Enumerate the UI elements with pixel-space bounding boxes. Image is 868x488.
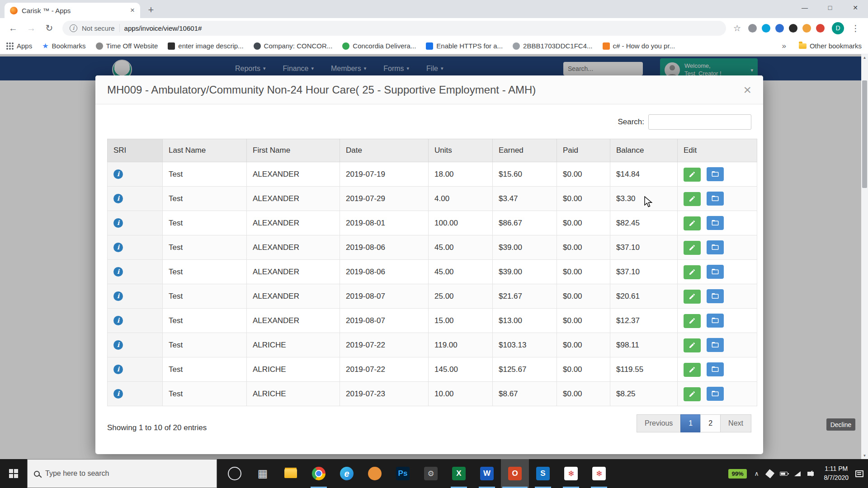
other-bookmarks[interactable]: Other bookmarks (799, 42, 862, 50)
previous-page-button[interactable]: Previous (637, 414, 681, 432)
profile-avatar[interactable]: D (832, 22, 844, 34)
bookmarks-overflow-icon[interactable]: » (779, 42, 788, 51)
info-icon[interactable]: i (113, 194, 123, 203)
info-icon[interactable]: i (113, 365, 123, 374)
edge-icon[interactable]: e (333, 459, 361, 488)
pen-icon[interactable] (765, 469, 774, 478)
chrome-icon[interactable] (305, 459, 333, 488)
app-icon-2[interactable]: ⚙ (417, 459, 445, 488)
edit-button[interactable] (684, 338, 701, 352)
edit-button[interactable] (684, 314, 701, 328)
edit-button[interactable] (684, 265, 701, 279)
bookmarks-shortcut[interactable]: ★ Bookmarks (42, 42, 85, 50)
column-header-earned[interactable]: Earned (493, 139, 557, 162)
back-button[interactable]: ← (5, 20, 21, 36)
scrollbar-thumb[interactable] (862, 80, 867, 188)
column-header-balance[interactable]: Balance (610, 139, 678, 162)
bookmark-item[interactable]: enter image descrip... (168, 42, 243, 50)
photoshop-icon[interactable]: Ps (389, 459, 417, 488)
task-view-icon[interactable]: ▦ (249, 459, 277, 488)
cortana-icon[interactable] (221, 459, 249, 488)
bookmark-item[interactable]: 2BBB1703DDC1FC4... (513, 42, 592, 50)
edit-button[interactable] (684, 387, 701, 401)
column-header-sri[interactable]: SRI (108, 139, 163, 162)
info-icon[interactable]: i (113, 389, 123, 399)
start-button[interactable] (0, 459, 27, 488)
info-icon[interactable]: i (113, 316, 123, 325)
bookmark-item[interactable]: Concordia Delivera... (342, 42, 416, 50)
info-icon[interactable]: i (113, 243, 123, 252)
extension-icon[interactable] (775, 24, 784, 33)
bookmark-item[interactable]: Time Off Website (96, 42, 158, 50)
info-icon[interactable]: i (113, 169, 123, 179)
column-header-last-name[interactable]: Last Name (163, 139, 247, 162)
new-tab-button[interactable]: + (144, 3, 158, 17)
tab-close-icon[interactable]: × (130, 6, 135, 15)
scroll-down-icon[interactable]: ▼ (861, 452, 868, 459)
edit-button[interactable] (684, 192, 701, 206)
app-icon-red-1[interactable]: ❄ (557, 459, 585, 488)
minimize-button[interactable]: — (792, 0, 817, 15)
battery-percent-badge[interactable]: 99% (728, 469, 746, 479)
extension-icon[interactable] (748, 24, 757, 33)
info-icon[interactable]: i (113, 340, 123, 350)
bookmark-star-icon[interactable]: ☆ (731, 23, 743, 33)
column-header-date[interactable]: Date (340, 139, 429, 162)
pagination-page-button[interactable]: 1 (680, 414, 701, 432)
open-folder-button[interactable] (707, 387, 724, 401)
close-window-button[interactable]: ✕ (843, 0, 868, 15)
extension-icon[interactable] (816, 24, 825, 33)
column-header-paid[interactable]: Paid (557, 139, 610, 162)
modal-close-icon[interactable]: × (743, 83, 751, 97)
open-folder-button[interactable] (707, 289, 724, 303)
bookmark-item[interactable]: Company: CONCOR... (254, 42, 333, 50)
open-folder-button[interactable] (707, 167, 724, 181)
hidden-icons-chevron[interactable]: ∧ (754, 470, 760, 477)
next-page-button[interactable]: Next (720, 414, 751, 432)
column-header-edit[interactable]: Edit (678, 139, 757, 162)
file-explorer-icon[interactable] (277, 459, 305, 488)
app-icon-1[interactable] (361, 459, 389, 488)
column-header-first-name[interactable]: First Name (247, 139, 340, 162)
page-scrollbar[interactable]: ▲ ▼ (861, 54, 868, 459)
app-icon-red-2[interactable]: ❄ (585, 459, 613, 488)
edit-button[interactable] (684, 363, 701, 377)
network-icon[interactable] (794, 471, 801, 476)
edit-button[interactable] (684, 241, 701, 255)
address-bar[interactable]: i Not secure apps/invoice/view/10601# (62, 21, 726, 36)
info-icon[interactable]: i (113, 267, 123, 277)
edit-button[interactable] (684, 290, 701, 304)
site-info-icon[interactable]: i (70, 24, 77, 32)
info-icon[interactable]: i (113, 218, 123, 228)
open-folder-button[interactable] (707, 192, 724, 206)
app-icon-orange[interactable]: O (501, 459, 529, 488)
volume-icon[interactable] (807, 472, 814, 476)
app-icon-blue[interactable]: S (529, 459, 557, 488)
maximize-button[interactable]: □ (817, 0, 843, 15)
extension-icon[interactable] (802, 24, 811, 33)
pagination-page-button[interactable]: 2 (700, 414, 721, 432)
edit-button[interactable] (684, 216, 701, 230)
info-icon[interactable]: i (113, 291, 123, 301)
notification-center-icon[interactable] (855, 470, 863, 477)
extension-icon[interactable] (762, 24, 770, 33)
word-icon[interactable]: W (473, 459, 501, 488)
taskbar-clock[interactable]: 1:11 PM 8/7/2020 (824, 465, 849, 482)
open-folder-button[interactable] (707, 240, 724, 254)
column-header-units[interactable]: Units (429, 139, 493, 162)
scroll-up-icon[interactable]: ▲ (861, 54, 868, 61)
open-folder-button[interactable] (707, 362, 724, 376)
open-folder-button[interactable] (707, 338, 724, 352)
battery-icon[interactable] (780, 472, 788, 476)
extension-icon[interactable] (789, 24, 797, 33)
apps-shortcut[interactable]: Apps (6, 42, 32, 50)
excel-icon[interactable]: X (445, 459, 473, 488)
open-folder-button[interactable] (707, 265, 724, 279)
bookmark-item[interactable]: Enable HTTPS for a... (426, 42, 503, 50)
browser-tab[interactable]: Carisk ™ - Apps × (5, 3, 140, 18)
reload-button[interactable]: ↻ (42, 20, 57, 36)
open-folder-button[interactable] (707, 216, 724, 230)
browser-menu-icon[interactable]: ⋮ (849, 23, 863, 33)
open-folder-button[interactable] (707, 314, 724, 328)
table-search-input[interactable] (648, 114, 751, 130)
